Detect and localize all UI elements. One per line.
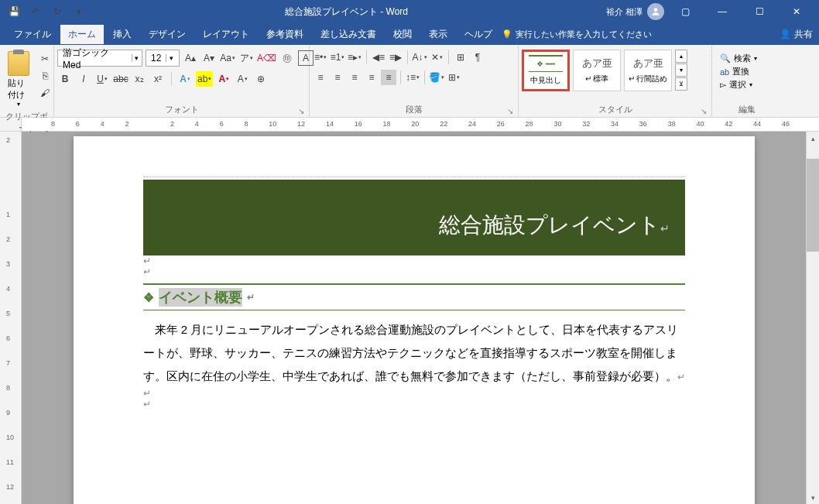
text-effects-icon[interactable]: A	[177, 71, 193, 87]
multilevel-icon[interactable]: ≡▸	[347, 50, 362, 65]
svg-point-0	[654, 8, 658, 12]
copy-icon[interactable]: ⎘	[37, 68, 53, 84]
lightbulb-icon: 💡	[502, 29, 512, 39]
justify-icon[interactable]: ≡	[364, 70, 379, 85]
document-page: 総合施設プレイベント↵ ↵ ↵ ❖ イベント概要↵ 来年 2 月にリニューアルオ…	[74, 136, 755, 504]
tab-review[interactable]: 校閲	[386, 25, 420, 44]
line-spacing-icon[interactable]: ↕≡	[405, 70, 420, 85]
align-left-icon[interactable]: ≡	[313, 70, 328, 85]
select-button[interactable]: ▻選択▾	[720, 79, 757, 91]
underline-icon[interactable]: U	[94, 71, 110, 87]
scroll-thumb[interactable]	[807, 159, 819, 252]
ribbon-opts-icon[interactable]: ▢	[669, 0, 701, 23]
asian-layout-icon[interactable]: ✕	[429, 50, 444, 65]
italic-icon[interactable]: I	[76, 71, 91, 87]
doc-title-block[interactable]: 総合施設プレイベント↵	[143, 180, 685, 255]
tab-help[interactable]: ヘルプ	[457, 25, 500, 44]
qat-dd-icon[interactable]: ▾	[71, 4, 87, 19]
doc-heading[interactable]: ❖ イベント概要↵	[143, 283, 685, 310]
shrink-font-icon[interactable]: A▾	[201, 50, 217, 66]
chevron-down-icon: ▾	[132, 54, 142, 62]
replace-button[interactable]: ab置換	[720, 66, 757, 77]
chevron-down-icon: ▾	[17, 101, 20, 108]
vertical-scrollbar[interactable]: ▴ ▾	[806, 132, 819, 504]
avatar-icon[interactable]	[647, 3, 664, 20]
select-icon: ▻	[720, 80, 726, 90]
font-size-combo[interactable]: 12▾	[146, 50, 180, 67]
paragraph-mark: ↵	[143, 266, 685, 277]
enclose-icon[interactable]: ⊕	[253, 71, 269, 87]
undo-icon[interactable]: ↶	[28, 4, 43, 19]
scroll-up-icon[interactable]: ▴	[807, 132, 819, 145]
align-right-icon[interactable]: ≡	[347, 70, 362, 85]
dialog-launcher-icon[interactable]: ↘	[507, 107, 513, 115]
tab-ref[interactable]: 参考資料	[259, 25, 311, 44]
paste-icon	[8, 51, 29, 76]
indent-dec-icon[interactable]: ◀≡	[371, 50, 386, 65]
style-nospacing[interactable]: あア亜 ↵ 行間詰め	[624, 50, 672, 91]
paragraph-mark: ↵	[143, 255, 685, 266]
tab-home[interactable]: ホーム	[60, 25, 104, 44]
doc-body[interactable]: 来年 2 月にリニューアルオープンされる総合運動施設のプレイベントとして、日本を…	[143, 318, 685, 388]
tell-me[interactable]: 💡実行したい作業を入力してください	[502, 29, 652, 40]
paste-button[interactable]: 貼り付け ▾	[3, 50, 34, 109]
font-color-icon[interactable]: A	[216, 71, 231, 87]
bold-icon[interactable]: B	[57, 71, 73, 87]
style-normal[interactable]: あア亜 ↵ 標準	[573, 50, 621, 91]
show-marks-icon[interactable]: ¶	[470, 50, 485, 65]
save-icon[interactable]: 💾	[6, 4, 22, 19]
share-icon: 👤	[780, 29, 791, 39]
style-up-icon[interactable]: ▴	[675, 50, 687, 63]
grow-font-icon[interactable]: A▴	[183, 50, 198, 66]
sort-icon[interactable]: A↓	[412, 50, 427, 65]
redo-icon[interactable]: ↻	[50, 4, 65, 19]
shading-icon[interactable]: 🪣	[429, 70, 444, 85]
paragraph-mark: ↵	[143, 388, 685, 399]
format-painter-icon[interactable]: 🖌	[37, 85, 53, 101]
highlight-icon[interactable]: ab	[196, 71, 213, 87]
bullets-icon[interactable]: ≡•	[313, 50, 328, 65]
indent-inc-icon[interactable]: ≡▶	[388, 50, 403, 65]
subscript-icon[interactable]: x₂	[132, 71, 147, 87]
cut-icon[interactable]: ✂	[37, 51, 53, 67]
paragraph-mark: ↵	[143, 399, 685, 410]
window-title: 総合施設プレイベント - Word	[87, 5, 606, 19]
style-more-icon[interactable]: ⊻	[675, 77, 687, 91]
vertical-ruler[interactable]: 212345678910111213	[0, 132, 22, 504]
horizontal-ruler[interactable]: 8642246810121416182022242628303234363840…	[22, 118, 819, 131]
tab-design[interactable]: デザイン	[141, 25, 194, 44]
strike-icon[interactable]: abc	[113, 71, 129, 87]
find-button[interactable]: 🔍検索▾	[720, 53, 757, 64]
minimize-icon[interactable]: —	[706, 0, 738, 23]
superscript-icon[interactable]: x²	[150, 71, 166, 87]
enclose-char-icon[interactable]: ㊞	[279, 50, 295, 66]
tab-layout[interactable]: レイアウト	[195, 25, 257, 44]
char-shading-icon[interactable]: A	[235, 71, 250, 87]
style-midashi[interactable]: ❖ ━━ 中見出し	[522, 50, 570, 91]
share-button[interactable]: 👤共有	[780, 28, 813, 41]
distribute-icon[interactable]: ≡	[381, 70, 396, 85]
tab-file[interactable]: ファイル	[6, 25, 59, 44]
numbering-icon[interactable]: ≡1	[330, 50, 345, 65]
phonetic-icon[interactable]: ア	[238, 50, 254, 66]
tab-insert[interactable]: 挿入	[105, 25, 139, 44]
borders-icon[interactable]: ⊞	[446, 70, 461, 85]
replace-icon: ab	[720, 67, 729, 77]
align-center-icon[interactable]: ≡	[330, 70, 345, 85]
scroll-down-icon[interactable]: ▾	[807, 491, 819, 504]
tab-view[interactable]: 表示	[421, 25, 455, 44]
user-name: 裕介 相澤	[606, 6, 643, 18]
diamond-bullet-icon: ❖	[143, 290, 154, 305]
dialog-launcher-icon[interactable]: ↘	[298, 107, 304, 115]
align-grid-icon[interactable]: ⊞	[453, 50, 468, 65]
tab-mail[interactable]: 差し込み文書	[313, 25, 384, 44]
style-down-icon[interactable]: ▾	[675, 63, 687, 77]
maximize-icon[interactable]: ☐	[743, 0, 776, 23]
chevron-down-icon: ▾	[166, 54, 176, 62]
close-icon[interactable]: ✕	[780, 0, 813, 23]
change-case-icon[interactable]: Aa	[220, 50, 235, 66]
dialog-launcher-icon[interactable]: ↘	[701, 107, 707, 115]
font-name-combo[interactable]: 游ゴシック Med▾	[57, 50, 142, 67]
search-icon: 🔍	[720, 53, 731, 63]
clear-format-icon[interactable]: A⌫	[257, 50, 276, 66]
